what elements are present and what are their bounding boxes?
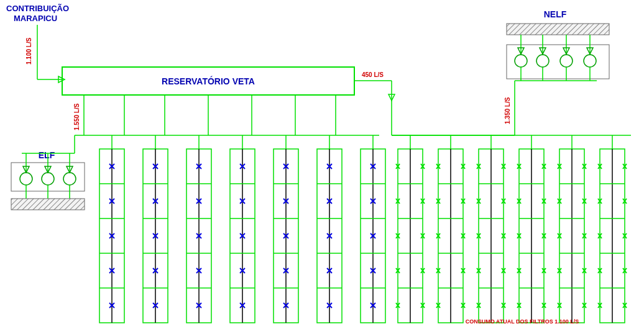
- flow-right-a-label: 450 L/S: [362, 71, 384, 78]
- svg-point-34: [42, 173, 54, 185]
- marapicu-label: MARAPICU: [14, 14, 57, 23]
- left-filter-col-7: [361, 149, 385, 323]
- nelf-pump-4: [584, 35, 596, 81]
- svg-point-30: [20, 173, 32, 185]
- reservoir-label: RESERVATÓRIO VETA: [162, 76, 255, 86]
- flow-in-label: 1.100 L/S: [25, 37, 32, 65]
- contribuicao-label: CONTRIBUIÇÃO: [6, 4, 69, 13]
- svg-point-8: [536, 55, 549, 67]
- nelf-hatch: [507, 24, 609, 35]
- right-filter-col-1: [396, 149, 425, 323]
- left-filter-col-4: [230, 149, 255, 323]
- left-filter-col-3: [186, 149, 211, 323]
- nelf-pump-2: [536, 35, 549, 81]
- nelf-label: NELF: [544, 9, 567, 19]
- nelf-pump-box: [507, 45, 609, 79]
- right-filter-col-4: [517, 149, 546, 323]
- svg-point-38: [63, 173, 76, 185]
- right-filter-bank: [392, 135, 631, 323]
- right-filter-col-3: [477, 149, 505, 323]
- left-filter-col-2: [143, 149, 168, 323]
- flow-left-label: 1.550 L/S: [73, 103, 80, 130]
- svg-point-4: [515, 55, 527, 67]
- right-filter-col-5: [558, 149, 586, 323]
- nelf-pump-1: [515, 35, 527, 81]
- left-filter-col-1: [99, 149, 124, 323]
- flow-right-b-label: 1.350 L/S: [504, 97, 511, 124]
- right-filter-col-2: [436, 149, 465, 323]
- elf-label: ELF: [39, 150, 55, 160]
- footer-label: CONSUMO ATUAL DOS FILTROS 1.100 L/S: [466, 318, 579, 324]
- svg-point-12: [560, 55, 573, 67]
- nelf-group: NELF: [507, 9, 609, 81]
- elf-hatch: [11, 199, 85, 210]
- left-filter-col-6: [317, 149, 342, 323]
- svg-point-16: [584, 55, 596, 67]
- left-filter-col-5: [274, 149, 298, 323]
- elf-group: ELF: [11, 135, 85, 210]
- nelf-pump-3: [560, 35, 573, 81]
- left-filter-bank: [99, 135, 385, 323]
- right-filter-col-6: [598, 149, 627, 323]
- reservoir-drops-left: [75, 95, 379, 135]
